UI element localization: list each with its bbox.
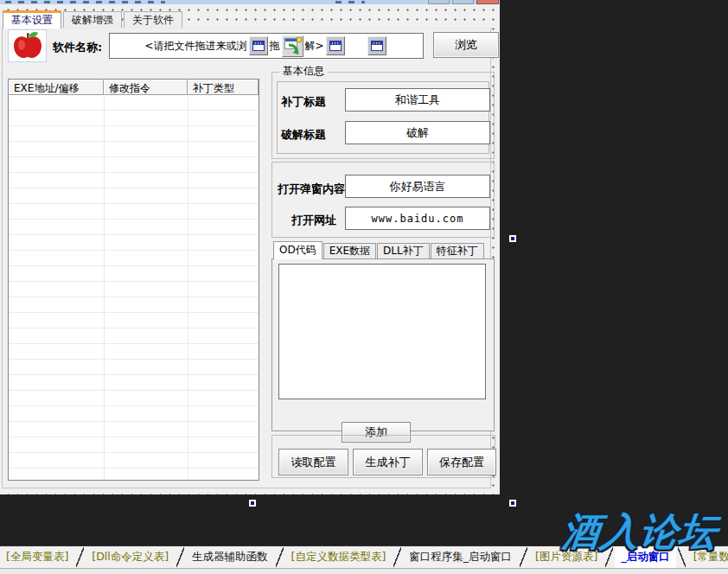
- drag-drop-component-icon[interactable]: [282, 35, 303, 57]
- read-config-button[interactable]: 读取配置: [278, 449, 348, 475]
- titlebar-text-remnant: [335, 1, 365, 3]
- apple-icon: [8, 29, 47, 62]
- od-code-page: 添加: [271, 258, 495, 431]
- popup-content-input[interactable]: 你好易语言: [345, 175, 490, 198]
- software-name-input[interactable]: <请把文件拖进来或浏 拖 解>: [109, 33, 424, 59]
- name-input-text: <请把文件拖进来或浏: [144, 39, 246, 54]
- tab-separator: [392, 546, 403, 568]
- software-name-label: 软件名称:: [53, 40, 102, 55]
- titlebar-text-remnant: [5, 1, 165, 3]
- patch-data-tab-control: OD代码 EXE数据 DLL补丁 特征补丁 添加: [271, 241, 495, 431]
- od-code-textarea[interactable]: [278, 264, 486, 399]
- bottom-scroll-strip[interactable]: [0, 568, 728, 574]
- crack-title-input[interactable]: 破解: [345, 121, 490, 144]
- column-header-patch-type[interactable]: 补丁类型: [188, 80, 259, 95]
- resize-handle-bottom[interactable]: [249, 500, 256, 507]
- basic-settings-page: 软件名称: <请把文件拖进来或浏 拖 解> 浏览 EXE地址/偏移 修改指令 补…: [2, 28, 491, 488]
- window-component-icon[interactable]: [367, 36, 386, 55]
- forum-watermark: 酒入论坛: [559, 507, 720, 558]
- save-config-button[interactable]: 保存配置: [427, 449, 496, 475]
- basic-info-groupbox: 基本信息 补丁标题 和谐工具 破解标题 破解: [271, 72, 495, 159]
- browse-button[interactable]: 浏览: [433, 32, 499, 58]
- tab-global-variables[interactable]: [全局变量表]: [0, 546, 74, 568]
- tab-separator: [274, 546, 285, 568]
- name-input-text: 解>: [305, 39, 324, 54]
- resize-handle-bottom-right[interactable]: [509, 500, 516, 507]
- basic-info-legend: 基本信息: [279, 65, 328, 78]
- tab-basic-settings[interactable]: 基本设置: [3, 10, 61, 29]
- popup-groupbox: 打开弹窗内容 你好易语言 打开网址 www.baidu.com: [271, 162, 495, 238]
- window-component-icon[interactable]: [249, 36, 268, 55]
- tab-crack-enhance[interactable]: 破解增强: [63, 11, 122, 28]
- patch-tab-strip: OD代码 EXE数据 DLL补丁 特征补丁: [273, 241, 485, 258]
- patch-listview[interactable]: EXE地址/偏移 修改指令 补丁类型: [8, 79, 259, 481]
- crack-title-label: 破解标题: [281, 127, 326, 143]
- tab-dll-patch[interactable]: DLL补丁: [377, 243, 430, 258]
- tab-separator: [74, 546, 86, 568]
- listview-body[interactable]: [9, 95, 259, 480]
- patch-title-input[interactable]: 和谐工具: [345, 88, 490, 112]
- open-url-input[interactable]: www.baidu.com: [345, 207, 490, 230]
- tab-exe-data[interactable]: EXE数据: [323, 243, 376, 258]
- name-input-text: 拖: [270, 39, 280, 54]
- tab-about-software[interactable]: 关于软件: [124, 11, 182, 28]
- open-url-label: 打开网址: [291, 213, 336, 228]
- tab-separator: [518, 546, 529, 568]
- config-buttons-groupbox: 读取配置 生成补丁 保存配置: [271, 435, 495, 478]
- popup-content-label: 打开弹窗内容: [278, 182, 345, 197]
- tab-custom-data-types[interactable]: [自定义数据类型表]: [285, 546, 393, 568]
- tab-od-code[interactable]: OD代码: [273, 241, 322, 259]
- tab-dll-command-defs[interactable]: [Dll命令定义表]: [86, 546, 175, 568]
- tab-window-program-set[interactable]: 窗口程序集_启动窗口: [403, 546, 518, 568]
- tab-separator: [175, 546, 186, 568]
- column-header-modify-instruction[interactable]: 修改指令: [104, 80, 188, 95]
- listview-header: EXE地址/偏移 修改指令 补丁类型: [9, 80, 259, 95]
- column-header-exe-address[interactable]: EXE地址/偏移: [9, 80, 104, 95]
- tab-generator-helper-functions[interactable]: 生成器辅助函数: [186, 546, 274, 568]
- window-component-icon[interactable]: [326, 36, 345, 55]
- generate-patch-button[interactable]: 生成补丁: [353, 449, 423, 475]
- resize-handle-right[interactable]: [509, 235, 516, 242]
- tab-feature-patch[interactable]: 特征补丁: [431, 243, 484, 258]
- patch-title-label: 补丁标题: [281, 94, 326, 110]
- designed-form-window[interactable]: 基本设置 破解增强 关于软件 软件名称: <请把文件拖进来或浏 拖: [0, 0, 500, 494]
- main-tab-strip: 基本设置 破解增强 关于软件: [3, 10, 184, 28]
